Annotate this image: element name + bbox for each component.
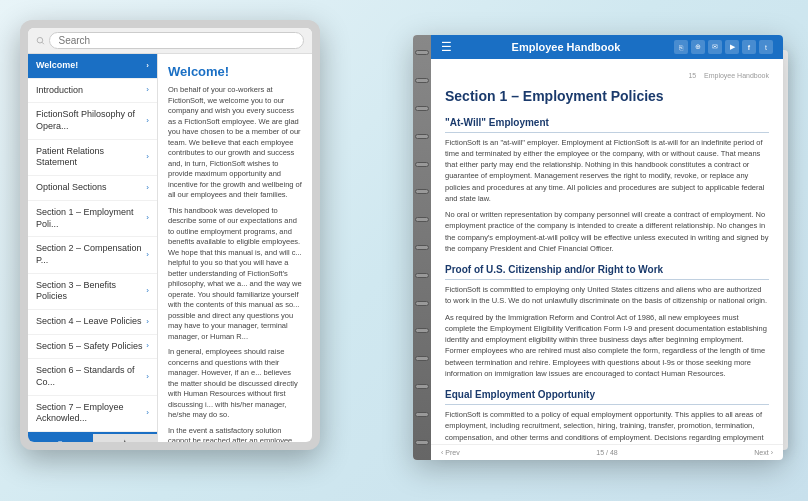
sidebar-item-philosophy[interactable]: FictionSoft Philosophy of Opera... › [28, 103, 157, 139]
welcome-para-1: On behalf of your co-workers at FictionS… [168, 85, 302, 201]
section-heading: Section 1 – Employment Policies [445, 86, 769, 107]
citizenship-heading: Proof of U.S. Citizenship and/or Right t… [445, 262, 769, 280]
sidebar-item-section5[interactable]: Section 5 – Safety Policies › [28, 335, 157, 360]
laptop-content: Welcome! › Introduction › FictionSoft Ph… [28, 54, 312, 442]
sidebar-item-section7[interactable]: Section 7 – Employee Acknowled... › [28, 396, 157, 432]
copy-icon-btn[interactable]: ⎘ [674, 40, 688, 54]
book-pages: ☰ Employee Handbook ⎘ ⊕ ✉ ▶ f t 15 Emplo… [431, 35, 783, 460]
chevron-icon: › [146, 213, 149, 223]
sidebar-item-optional[interactable]: Optional Sections › [28, 176, 157, 201]
page-info: 15 Employee Handbook [445, 71, 769, 82]
play-icon-btn[interactable]: ▶ [725, 40, 739, 54]
welcome-heading: Welcome! [168, 64, 302, 79]
sidebar: Welcome! › Introduction › FictionSoft Ph… [28, 54, 158, 442]
citizenship-text-2: As required by the Immigration Reform an… [445, 312, 769, 380]
spine-ring [415, 384, 429, 389]
eeo-heading: Equal Employment Opportunity [445, 387, 769, 405]
sidebar-item-section4[interactable]: Section 4 – Leave Policies › [28, 310, 157, 335]
spine-ring [415, 356, 429, 361]
contents-button[interactable]: ≡ Contents [28, 434, 93, 442]
book-spine [413, 35, 431, 460]
laptop-frame: Welcome! › Introduction › FictionSoft Ph… [20, 20, 320, 450]
spine-ring [415, 245, 429, 250]
sidebar-item-welcome[interactable]: Welcome! › [28, 54, 157, 79]
spine-ring [415, 273, 429, 278]
sidebar-item-section3[interactable]: Section 3 – Benefits Policies › [28, 274, 157, 310]
spine-ring [415, 412, 429, 417]
facebook-icon-btn[interactable]: f [742, 40, 756, 54]
spine-ring [415, 134, 429, 139]
welcome-content: Welcome! On behalf of your co-workers at… [158, 54, 312, 442]
spine-ring [415, 162, 429, 167]
book-menu-icon[interactable]: ☰ [441, 40, 452, 54]
next-button[interactable]: Next › [754, 449, 773, 456]
spine-ring [415, 440, 429, 445]
sidebar-item-section2[interactable]: Section 2 – Compensation P... › [28, 237, 157, 273]
search-input[interactable] [49, 32, 304, 49]
sidebar-item-section1[interactable]: Section 1 – Employment Poli... › [28, 201, 157, 237]
spine-ring [415, 50, 429, 55]
chevron-icon: › [146, 152, 149, 162]
spine-ring [415, 217, 429, 222]
chevron-icon: › [146, 317, 149, 327]
chevron-icon: › [146, 183, 149, 193]
page-counter: 15 / 48 [596, 449, 617, 456]
chevron-icon: › [146, 408, 149, 418]
welcome-para-3: In general, employees should raise conce… [168, 347, 302, 421]
sidebar-bottom: ≡ Contents ★ Favorites [28, 432, 157, 442]
chevron-icon: › [146, 116, 149, 126]
spine-ring [415, 106, 429, 111]
zoom-icon-btn[interactable]: ⊕ [691, 40, 705, 54]
book-frame: ☰ Employee Handbook ⎘ ⊕ ✉ ▶ f t 15 Emplo… [413, 35, 783, 460]
welcome-para-4: In the event a satisfactory solution can… [168, 426, 302, 443]
sidebar-item-introduction[interactable]: Introduction › [28, 79, 157, 104]
chevron-icon: › [146, 341, 149, 351]
sidebar-item-section6[interactable]: Section 6 – Standards of Co... › [28, 359, 157, 395]
svg-line-1 [42, 42, 44, 44]
search-bar [28, 28, 312, 54]
book-header-icons: ⎘ ⊕ ✉ ▶ f t [674, 40, 773, 54]
book-footer: ‹ Prev 15 / 48 Next › [431, 444, 783, 460]
sidebar-item-patient-relations[interactable]: Patient Relations Statement › [28, 140, 157, 176]
chevron-icon: › [146, 286, 149, 296]
atwill-text-2: No oral or written representation by com… [445, 209, 769, 254]
spine-ring [415, 78, 429, 83]
svg-point-0 [37, 37, 43, 43]
search-icon [36, 36, 45, 46]
book-title: Employee Handbook [458, 41, 674, 53]
atwill-text: FictionSoft is an "at-will" employer. Em… [445, 137, 769, 205]
twitter-icon-btn[interactable]: t [759, 40, 773, 54]
favorites-button[interactable]: ★ Favorites [93, 434, 158, 442]
spine-ring [415, 328, 429, 333]
laptop-screen: Welcome! › Introduction › FictionSoft Ph… [28, 28, 312, 442]
welcome-para-2: This handbook was developed to describe … [168, 206, 302, 343]
chevron-icon: › [146, 250, 149, 260]
chevron-icon: › [146, 372, 149, 382]
spine-ring [415, 301, 429, 306]
book-header: ☰ Employee Handbook ⎘ ⊕ ✉ ▶ f t [431, 35, 783, 59]
citizenship-text: FictionSoft is committed to employing on… [445, 284, 769, 307]
book-body: 15 Employee Handbook Section 1 – Employm… [431, 59, 783, 444]
chevron-icon: › [146, 61, 149, 71]
email-icon-btn[interactable]: ✉ [708, 40, 722, 54]
chevron-icon: › [146, 85, 149, 95]
atwill-heading: "At-Will" Employment [445, 115, 769, 133]
eeo-text: FictionSoft is committed to a policy of … [445, 409, 769, 444]
spine-ring [415, 189, 429, 194]
prev-button[interactable]: ‹ Prev [441, 449, 460, 456]
